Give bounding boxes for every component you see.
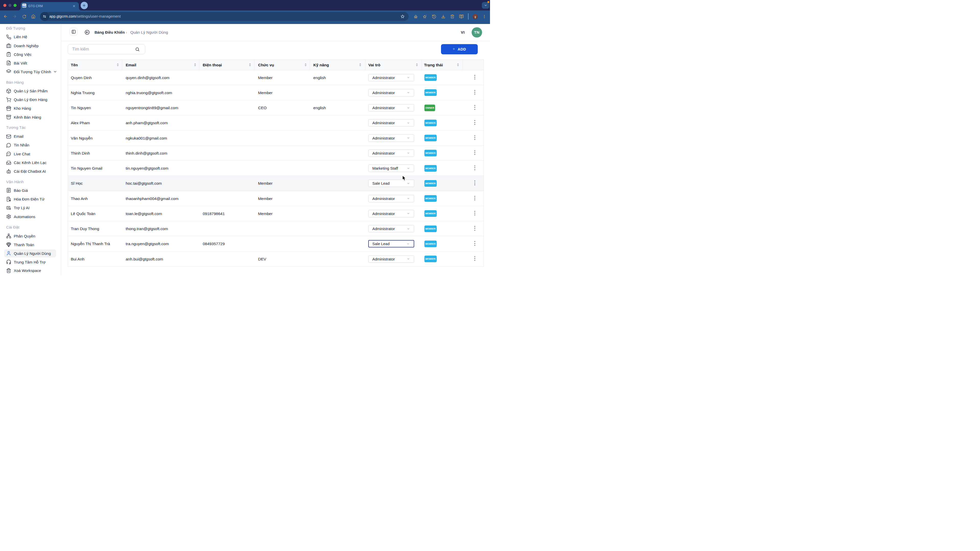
svg-text:AI: AI bbox=[7, 207, 9, 209]
